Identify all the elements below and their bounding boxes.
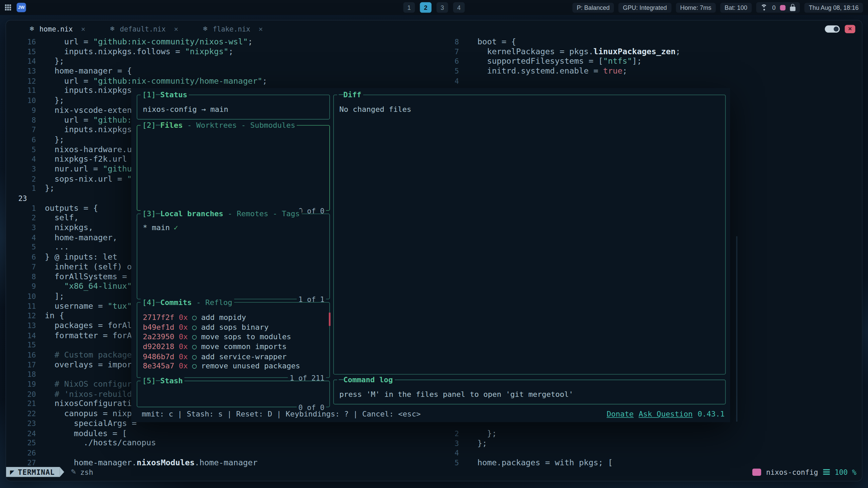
commit-row[interactable]: 2a239500x○move sops to modules xyxy=(137,332,330,342)
code-text: packages = forAll xyxy=(45,321,137,331)
code-line[interactable]: 8 boot = { xyxy=(432,37,680,47)
code-line[interactable]: 3 }; xyxy=(432,439,613,448)
battery-percent: 100 % xyxy=(835,468,856,476)
code-line[interactable]: 26 xyxy=(6,448,267,458)
workspace-button-1[interactable]: 1 xyxy=(403,2,415,13)
status-chip: GPU: Integrated xyxy=(618,2,671,12)
line-number: 26 xyxy=(6,448,36,458)
commit-row[interactable]: b49ef1d0x○add sops binary xyxy=(137,322,330,332)
user-badge[interactable]: JW xyxy=(17,3,26,12)
code-text: canopus = nixpk xyxy=(45,409,137,419)
code-line[interactable]: 24 modules = [ xyxy=(6,428,267,438)
workspace-switcher: 1234 xyxy=(403,2,465,13)
shell-tab[interactable]: ✎ zsh xyxy=(71,468,93,476)
code-line[interactable]: 15 inputs.nixpkgs.follows = "nixpkgs"; xyxy=(6,47,267,57)
lazygit-branches-panel[interactable]: [3]─Local branches - Remotes - Tags * ma… xyxy=(137,214,330,299)
lazygit-status-panel[interactable]: [1]─Status nixos-config → main xyxy=(137,95,330,119)
status-chip: P: Balanced xyxy=(572,2,614,12)
scrollbar[interactable] xyxy=(736,236,737,422)
line-number: 20 xyxy=(6,389,36,399)
lazygit-stash-panel[interactable]: [5]─Stash 0 of 0 xyxy=(137,381,330,407)
line-number: 9 xyxy=(6,282,36,291)
line-number: 2 xyxy=(6,213,36,223)
diff-content: No changed files xyxy=(334,95,725,114)
donate-link[interactable]: Donate xyxy=(607,409,634,418)
line-number: 3 xyxy=(6,164,36,174)
wifi-icon[interactable] xyxy=(761,4,768,11)
code-text: inputs.nixpkgs.follows = "nixpkgs"; xyxy=(45,47,233,57)
status-chip: Home: 7ms xyxy=(676,2,716,12)
commit-node: ○ xyxy=(192,352,197,362)
line-number: 8 xyxy=(6,272,36,282)
code-text: nixosConfiguratio xyxy=(45,399,137,409)
code-text: }; xyxy=(45,96,64,106)
code-text: inherit (self) ou xyxy=(45,262,137,272)
code-line[interactable]: 7 kernelPackages = pkgs.linuxPackages_ze… xyxy=(432,47,680,57)
code-text: boot = { xyxy=(468,37,516,47)
code-text: overlays = import xyxy=(45,360,137,370)
code-line[interactable]: 14 }; xyxy=(6,57,267,66)
line-number: 12 xyxy=(6,76,36,86)
commit-row[interactable]: 2717f2f0x○add mopidy xyxy=(137,312,330,322)
commit-hash: b49ef1d xyxy=(143,322,174,332)
code-text: }; xyxy=(468,439,487,448)
workspace-button-4[interactable]: 4 xyxy=(453,2,465,13)
commits-scrollbar[interactable] xyxy=(329,312,331,326)
code-line[interactable]: 25 ./hosts/canopus xyxy=(6,438,267,448)
session-name: nixos-config xyxy=(766,468,818,476)
code-line[interactable]: 5 initrd.systemd.enable = true; xyxy=(432,66,680,76)
commit-row[interactable]: d9202180x○move common imports xyxy=(137,342,330,352)
code-text: ]; xyxy=(45,291,64,301)
code-text: } @ inputs: let xyxy=(45,252,117,262)
clock: Thu Aug 08, 18:16 xyxy=(804,2,863,12)
lazygit-commits-panel[interactable]: [4]─Commits - Reflog 2717f2f0x○add mopid… xyxy=(137,302,330,378)
code-text: url = "github:nix-community/nixos-wsl"; xyxy=(45,37,253,47)
commit-row[interactable]: 8e345a70x○remove unused packages xyxy=(137,362,330,371)
commit-node: ○ xyxy=(192,362,197,371)
commit-list: 2717f2f0x○add mopidyb49ef1d0x○add sops b… xyxy=(137,303,330,371)
commit-node: ○ xyxy=(192,342,197,352)
code-line[interactable]: 4 xyxy=(432,76,680,86)
lazygit-command-log-panel[interactable]: ─Command log press 'M' in the files pane… xyxy=(333,380,726,404)
commit-row[interactable]: 9486b7d0x○add service-wrapper xyxy=(137,352,330,362)
code-line[interactable]: 16 url = "github:nix-community/nixos-wsl… xyxy=(6,37,267,47)
code-text: outputs = { xyxy=(45,203,98,213)
line-number: 23 xyxy=(6,419,36,429)
commit-author: 0x xyxy=(179,342,188,352)
code-line[interactable]: 13 home-manager = { xyxy=(6,66,267,76)
edit-icon: ✎ xyxy=(71,468,76,476)
code-text: nixos-hardware.ur xyxy=(45,145,137,155)
line-number: 4 xyxy=(6,155,36,164)
app-launcher-icon[interactable] xyxy=(5,4,11,11)
line-number: 25 xyxy=(6,438,36,448)
code-line[interactable]: 27 home-manager.nixosModules.home-manage… xyxy=(6,458,267,468)
code-line[interactable]: 12 url = "github:nix-community/home-mana… xyxy=(6,76,267,86)
line-number: 11 xyxy=(6,86,36,96)
notification-count[interactable]: 0 xyxy=(772,4,775,11)
code-text: sops-nix.url = "g xyxy=(45,174,137,184)
code-line[interactable]: 5 home.packages = with pkgs; [ xyxy=(432,458,613,468)
workspace-button-3[interactable]: 3 xyxy=(436,2,448,13)
code-line[interactable]: 2 }; xyxy=(432,429,613,439)
commit-msg: add sops binary xyxy=(201,322,269,332)
code-line[interactable]: 6 supportedFilesystems = ["ntfs"]; xyxy=(432,57,680,66)
line-number: 23 xyxy=(6,194,36,203)
line-number: 3 xyxy=(6,223,36,233)
workspace-button-2[interactable]: 2 xyxy=(420,2,431,13)
commit-hash: 2717f2f xyxy=(143,312,174,322)
code-line[interactable]: 4 xyxy=(432,448,613,458)
lazygit-diff-panel[interactable]: ─Diff No changed files xyxy=(333,95,726,374)
commit-hash: d920218 xyxy=(143,342,174,352)
code-text: supportedFilesystems = ["ntfs"]; xyxy=(468,57,642,66)
line-number: 7 xyxy=(6,262,36,272)
code-text: forAllSystems = n xyxy=(45,272,137,282)
line-number: 6 xyxy=(6,135,36,145)
code-text: in { xyxy=(45,311,64,321)
line-number: 2 xyxy=(432,429,459,439)
tray-icons: 0 xyxy=(756,2,800,13)
ask-question-link[interactable]: Ask Question xyxy=(639,409,693,418)
commit-msg: remove unused packages xyxy=(201,362,300,371)
topbar-right: P: BalancedGPU: IntegratedHome: 7msBat: … xyxy=(572,2,868,13)
lazygit-files-panel[interactable]: [2]─Files - Worktrees - Submodules 0 of … xyxy=(137,125,330,211)
code-text: "x86_64-linux" xyxy=(45,282,132,291)
